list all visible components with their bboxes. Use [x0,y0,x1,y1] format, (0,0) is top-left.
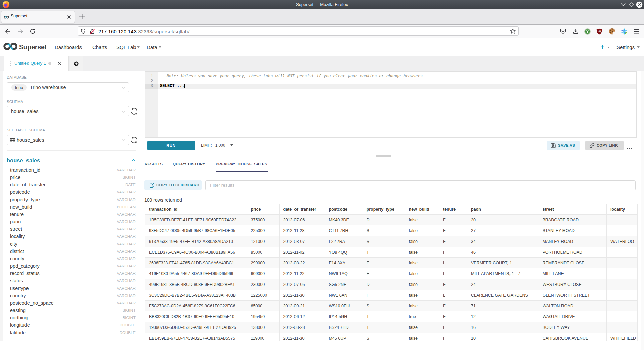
svg-text:uO: uO [598,30,601,32]
